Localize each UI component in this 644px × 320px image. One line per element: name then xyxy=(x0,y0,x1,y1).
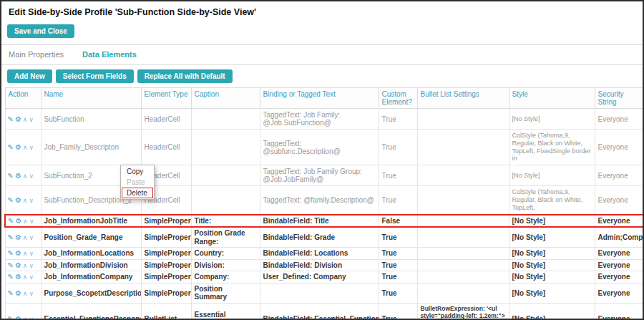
edit-icon[interactable]: ✎ xyxy=(8,217,14,225)
row-actions: ✎⚙∧∨ xyxy=(5,283,41,303)
table-row[interactable]: ✎⚙∧∨Position_Grade_RangeSimplePropertyPo… xyxy=(5,227,643,248)
cell-binding: User_Defined: Company xyxy=(260,271,379,283)
tab-main-properties[interactable]: Main Properties xyxy=(9,50,64,59)
column-header-style[interactable]: Style xyxy=(509,88,595,109)
cell-style: [No Style] xyxy=(509,248,595,260)
move-up-icon[interactable]: ∧ xyxy=(23,116,28,123)
edit-icon[interactable]: ✎ xyxy=(8,249,14,257)
cell-style: [No Style] xyxy=(509,227,595,248)
table-row[interactable]: ✎⚙∧∨Job_InformationJobTitleSimplePropert… xyxy=(5,215,643,228)
table-row[interactable]: ✎⚙∧∨SubFunction_Description_2HeaderCellT… xyxy=(5,186,643,215)
move-up-icon[interactable]: ∧ xyxy=(23,316,28,320)
tab-data-elements[interactable]: Data Elements xyxy=(82,50,137,59)
edit-icon[interactable]: ✎ xyxy=(8,261,14,269)
cell-security: Everyone xyxy=(595,109,643,130)
column-header-security-string[interactable]: Security String xyxy=(595,88,643,109)
move-down-icon[interactable]: ∨ xyxy=(29,250,34,257)
table-row[interactable]: ✎⚙∧∨Job_InformationDivisionSimplePropert… xyxy=(5,259,643,271)
gear-icon[interactable]: ⚙ xyxy=(15,143,21,151)
cell-style: [No Style] xyxy=(509,215,595,228)
cell-style: ColStyle (Tahoma,9, Regular, Black on Wh… xyxy=(509,186,595,215)
cell-element-type: SimpleProperty xyxy=(141,259,191,271)
context-menu-item-copy[interactable]: Copy xyxy=(122,166,153,177)
move-up-icon[interactable]: ∧ xyxy=(23,273,28,281)
move-down-icon[interactable]: ∨ xyxy=(29,290,34,297)
replace-all-with-default-button[interactable]: Replace All with Default xyxy=(137,69,233,83)
column-header-bullet-list-settings[interactable]: Bullet List Settings xyxy=(417,88,509,109)
cell-caption: Position Grade Range: xyxy=(191,227,260,248)
edit-icon[interactable]: ✎ xyxy=(8,143,14,151)
cell-name: Job_Family_Descripton xyxy=(41,130,141,165)
move-up-icon[interactable]: ∧ xyxy=(23,218,28,225)
cell-element-type: HeaderCell xyxy=(141,109,191,130)
cell-caption: Country: xyxy=(191,248,260,260)
edit-icon[interactable]: ✎ xyxy=(8,289,14,297)
gear-icon[interactable]: ⚙ xyxy=(15,249,21,257)
gear-icon[interactable]: ⚙ xyxy=(15,261,21,269)
add-new-button[interactable]: Add New xyxy=(7,69,52,83)
gear-icon[interactable]: ⚙ xyxy=(15,196,21,204)
move-down-icon[interactable]: ∨ xyxy=(29,262,34,269)
move-up-icon[interactable]: ∧ xyxy=(23,290,28,297)
column-header-element-type[interactable]: Element Type xyxy=(141,88,191,109)
column-header-caption[interactable]: Caption xyxy=(191,88,260,109)
cell-binding: BindableField: Division xyxy=(260,259,379,271)
table-row[interactable]: ✎⚙∧∨SubFunctionHeaderCellTaggedText: Job… xyxy=(5,109,643,130)
gear-icon[interactable]: ⚙ xyxy=(15,273,21,281)
edit-icon[interactable]: ✎ xyxy=(8,315,14,320)
move-down-icon[interactable]: ∨ xyxy=(29,273,34,281)
move-down-icon[interactable]: ∨ xyxy=(29,316,34,320)
move-down-icon[interactable]: ∨ xyxy=(29,144,34,151)
column-header-action[interactable]: Action xyxy=(5,88,41,109)
row-actions: ✎⚙∧∨ xyxy=(5,165,41,186)
move-down-icon[interactable]: ∨ xyxy=(29,173,34,180)
cell-bullet xyxy=(417,215,509,228)
edit-icon[interactable]: ✎ xyxy=(8,196,14,204)
cell-custom: True xyxy=(379,248,417,260)
edit-icon[interactable]: ✎ xyxy=(8,115,14,123)
move-down-icon[interactable]: ∨ xyxy=(29,197,34,204)
move-up-icon[interactable]: ∧ xyxy=(23,250,28,257)
gear-icon[interactable]: ⚙ xyxy=(15,115,21,123)
table-row[interactable]: ✎⚙∧∨Job_InformationCompanySimpleProperty… xyxy=(5,271,643,283)
move-up-icon[interactable]: ∧ xyxy=(23,234,28,241)
cell-caption xyxy=(191,186,260,215)
save-and-close-button[interactable]: Save and Close xyxy=(7,24,74,38)
gear-icon[interactable]: ⚙ xyxy=(15,289,21,297)
context-menu-item-paste[interactable]: Paste xyxy=(122,177,153,188)
column-header-name[interactable]: Name xyxy=(41,88,141,109)
move-up-icon[interactable]: ∧ xyxy=(23,173,28,180)
edit-icon[interactable]: ✎ xyxy=(8,172,14,180)
edit-icon[interactable]: ✎ xyxy=(8,273,14,281)
table-row[interactable]: ✎⚙∧∨Purpose_ScopetxtDescription_Purpose_… xyxy=(5,283,643,303)
table-row[interactable]: ✎⚙∧∨SubFunction_2HeaderCellTaggedText: J… xyxy=(5,165,643,186)
table-body: ✎⚙∧∨SubFunctionHeaderCellTaggedText: Job… xyxy=(5,109,643,320)
context-menu-item-delete[interactable]: Delete xyxy=(122,188,153,198)
select-form-fields-button[interactable]: Select Form Fields xyxy=(56,69,134,83)
move-up-icon[interactable]: ∧ xyxy=(23,144,28,151)
cell-binding: BindableField: Essential_Functions xyxy=(260,303,379,320)
gear-icon[interactable]: ⚙ xyxy=(15,233,21,241)
column-header-binding-or-tagged-text[interactable]: Binding or Tagged Text xyxy=(260,88,379,109)
gear-icon[interactable]: ⚙ xyxy=(15,172,21,180)
move-down-icon[interactable]: ∨ xyxy=(29,234,34,241)
cell-caption xyxy=(191,109,260,130)
page-title: Edit Side-by-Side Profile 'Sub-Function … xyxy=(1,1,643,20)
table-row[interactable]: ✎⚙∧∨Job_InformationLocationsSimpleProper… xyxy=(5,248,643,260)
cell-name: SubFunction xyxy=(41,109,141,130)
gear-icon[interactable]: ⚙ xyxy=(15,315,21,320)
table-row[interactable]: ✎⚙∧∨Job_Family_DescriptonHeaderCellTagge… xyxy=(5,130,643,165)
move-down-icon[interactable]: ∨ xyxy=(29,218,34,225)
move-down-icon[interactable]: ∨ xyxy=(29,116,34,123)
cell-bullet xyxy=(417,130,509,165)
cell-caption: Division: xyxy=(191,259,260,271)
cell-custom: True xyxy=(379,130,417,165)
edit-icon[interactable]: ✎ xyxy=(8,233,14,241)
cell-security: Everyone xyxy=(595,259,643,271)
data-elements-table: ActionNameElement TypeCaptionBinding or … xyxy=(4,87,644,320)
gear-icon[interactable]: ⚙ xyxy=(15,217,21,225)
table-row[interactable]: ✎⚙∧∨Essential_FunctionsResponsibilitiesE… xyxy=(5,303,643,320)
column-header-custom-element[interactable]: Custom Element? xyxy=(379,88,417,109)
move-up-icon[interactable]: ∧ xyxy=(23,197,28,204)
move-up-icon[interactable]: ∧ xyxy=(23,262,28,269)
